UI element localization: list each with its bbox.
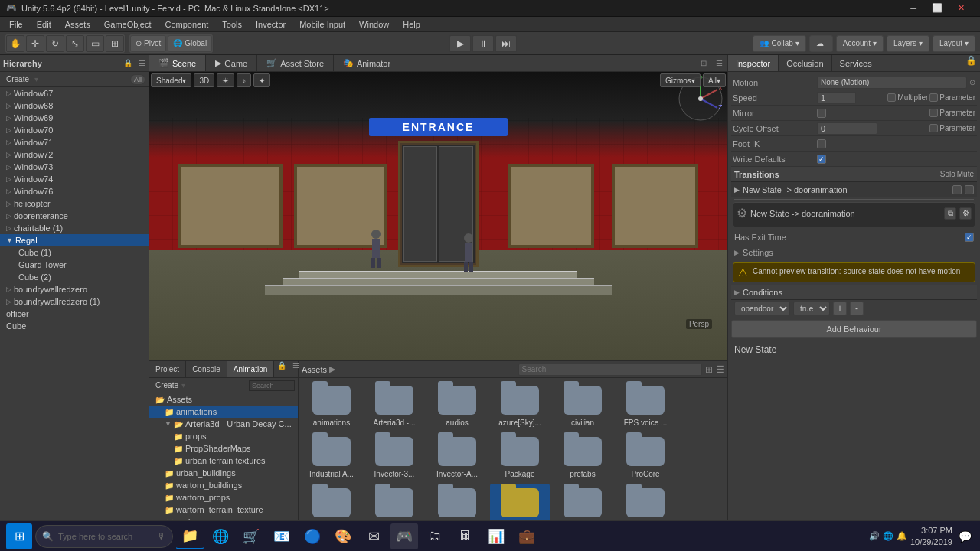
asset-procore[interactable]: ProCore — [616, 432, 675, 481]
taskbar-app-mail[interactable]: 📧 — [268, 523, 296, 549]
taskbar-app-photoshop[interactable]: 🎨 — [329, 523, 357, 549]
tree-arteria3d[interactable]: ▼ 📂 Arteria3d - Urban Decay C... — [149, 418, 298, 430]
asset-skyboxlakes[interactable]: skyboxlakes — [490, 484, 550, 522]
2d-btn[interactable]: 3D — [194, 73, 214, 87]
taskbar-app-explorer[interactable]: 📁 — [176, 523, 204, 549]
foot-ik-checkbox[interactable] — [817, 139, 826, 148]
tree-wartorn-terrain[interactable]: 📁 wartorn_terrain_texture — [149, 504, 298, 516]
asset-azure[interactable]: azure[Sky]... — [490, 381, 550, 429]
account-btn[interactable]: Account ▾ — [836, 35, 884, 52]
tab-animator[interactable]: 🎭 Animator — [334, 55, 400, 71]
asset-animations[interactable]: animations — [302, 381, 361, 429]
gizmos-btn[interactable]: Gizmos ▾ — [660, 73, 701, 87]
tree-assets[interactable]: 📂 Assets — [149, 393, 298, 406]
hier-item-helicopter[interactable]: ▷ helicopter — [0, 197, 149, 210]
hierarchy-scroll[interactable]: ▷ Window67 ▷ Window68 ▷ Window69 ▷ Windo… — [0, 87, 149, 536]
taskbar-app-calc[interactable]: 🖩 — [452, 523, 479, 549]
hierarchy-lock-icon[interactable]: 🔒 — [123, 59, 132, 67]
hier-item-regal[interactable]: ▼ Regal — [0, 234, 149, 246]
gear-state-btn[interactable]: ⚙ — [959, 207, 972, 220]
scale-tool[interactable]: ⤡ — [66, 35, 84, 52]
conditions-add-btn[interactable]: + — [833, 302, 847, 315]
hier-item-window72[interactable]: ▷ Window72 — [0, 148, 149, 161]
hierarchy-create-btn[interactable]: Create — [3, 74, 32, 84]
transform-tool[interactable]: ⊞ — [106, 35, 124, 52]
step-btn[interactable]: ⏭ — [495, 35, 517, 52]
copy-state-btn[interactable]: ⧉ — [944, 207, 956, 220]
tab-scene[interactable]: 🎬 Scene — [149, 55, 206, 71]
inspector-lock-icon[interactable]: 🔒 — [962, 55, 980, 71]
rect-tool[interactable]: ▭ — [86, 35, 104, 52]
taskbar-search[interactable]: 🔍 Type here to search 🎙 — [35, 525, 173, 548]
mirror-parameter-checkbox[interactable] — [929, 109, 938, 117]
has-exit-checkbox[interactable] — [965, 233, 974, 242]
menu-window[interactable]: Window — [353, 19, 395, 30]
tree-urban-buildings[interactable]: 📁 urban_buildings — [149, 467, 298, 479]
asset-sprites[interactable]: sprites — [616, 484, 675, 522]
asset-fps-voice[interactable]: FPS voice ... — [616, 381, 675, 429]
global-btn[interactable]: 🌐 Global — [168, 35, 212, 52]
scene-viewport[interactable]: Shaded ▾ 3D ☀ ♪ ✦ Gizmos ▾ — [149, 72, 727, 360]
motion-circle-icon[interactable]: ⊙ — [969, 78, 975, 86]
scene-menu-btn[interactable]: ☰ — [711, 57, 727, 69]
hierarchy-all-btn[interactable]: All — [130, 74, 145, 85]
tab-console[interactable]: Console — [186, 361, 227, 377]
taskbar-app-unity[interactable]: 🎮 — [390, 523, 418, 549]
notification-btn[interactable]: 💬 — [956, 523, 974, 549]
pause-btn[interactable]: ⏸ — [472, 35, 494, 52]
menu-invector[interactable]: Invector — [250, 19, 292, 30]
speed-parameter-checkbox[interactable] — [929, 93, 938, 102]
fx-btn[interactable]: ✦ — [253, 73, 270, 87]
tree-propshader[interactable]: 📁 PropShaderMaps — [149, 442, 298, 455]
shading-btn[interactable]: Shaded ▾ — [151, 73, 191, 87]
tab-project[interactable]: Project — [149, 361, 186, 377]
write-defaults-checkbox[interactable] — [817, 155, 826, 164]
taskbar-app-edge[interactable]: 🌐 — [207, 523, 234, 549]
menu-tools[interactable]: Tools — [216, 19, 248, 30]
tab-inspector[interactable]: Inspector — [728, 55, 779, 71]
hier-item-window70[interactable]: ▷ Window70 — [0, 124, 149, 136]
hier-item-window67[interactable]: ▷ Window67 — [0, 87, 149, 99]
tray-icon-2[interactable]: 🌐 — [883, 531, 893, 541]
hier-item-window73[interactable]: ▷ Window73 — [0, 161, 149, 173]
close-btn[interactable]: ✕ — [952, 3, 971, 13]
asset-list-btn[interactable]: ☰ — [716, 364, 724, 375]
hier-item-cube2[interactable]: Cube (2) — [0, 271, 149, 283]
transition-mute-check[interactable] — [965, 185, 974, 194]
settings-section[interactable]: ▶ Settings — [731, 245, 977, 260]
hier-item-guardtower[interactable]: Guard Tower — [0, 259, 149, 271]
asset-package[interactable]: Package — [490, 432, 550, 481]
add-behaviour-btn[interactable]: Add Behaviour — [731, 320, 977, 338]
minimize-btn[interactable]: ─ — [904, 4, 923, 13]
hierarchy-menu-icon[interactable]: ☰ — [139, 59, 145, 67]
menu-gameobject[interactable]: GameObject — [98, 19, 158, 30]
tab-occlusion[interactable]: Occlusion — [779, 55, 831, 71]
hier-item-window68[interactable]: ▷ Window68 — [0, 99, 149, 112]
rotate-tool[interactable]: ↻ — [46, 35, 64, 52]
restore-btn[interactable]: ⬜ — [926, 3, 949, 13]
tree-props[interactable]: 📁 props — [149, 430, 298, 442]
transition-solo-check[interactable] — [952, 185, 962, 194]
asset-search-input[interactable] — [518, 364, 703, 376]
menu-edit[interactable]: Edit — [31, 19, 57, 30]
asset-industrial[interactable]: Industrial A... — [302, 432, 361, 481]
hier-item-cube1[interactable]: Cube (1) — [0, 246, 149, 259]
menu-help[interactable]: Help — [397, 19, 426, 30]
hand-tool[interactable]: ✋ — [6, 35, 24, 52]
cycle-parameter-checkbox[interactable] — [929, 124, 938, 132]
asset-scenes[interactable]: scenes — [364, 484, 424, 522]
asset-samplescene[interactable]: SampleSce... — [302, 484, 361, 522]
transition-item[interactable]: ▶ New State -> dooranimation — [731, 182, 977, 197]
project-lock-icon[interactable]: 🔒 — [274, 361, 289, 377]
tree-animations[interactable]: 📁 animations — [149, 406, 298, 418]
tree-wartorn-buildings[interactable]: 📁 wartorn_buildings — [149, 479, 298, 491]
asset-prefabs[interactable]: prefabs — [553, 432, 612, 481]
hier-item-cube[interactable]: Cube — [0, 320, 149, 332]
menu-mobileinput[interactable]: Mobile Input — [293, 19, 351, 30]
tab-asset-store[interactable]: 🛒 Asset Store — [257, 55, 334, 71]
asset-invectora[interactable]: Invector-A... — [427, 432, 487, 481]
taskbar-app-chrome[interactable]: 🔵 — [299, 523, 326, 549]
hier-item-window69[interactable]: ▷ Window69 — [0, 112, 149, 124]
hier-item-boundry1[interactable]: ▷ boundrywallredzero — [0, 283, 149, 295]
asset-soldiers[interactable]: Soldiers Pa... — [553, 484, 612, 522]
